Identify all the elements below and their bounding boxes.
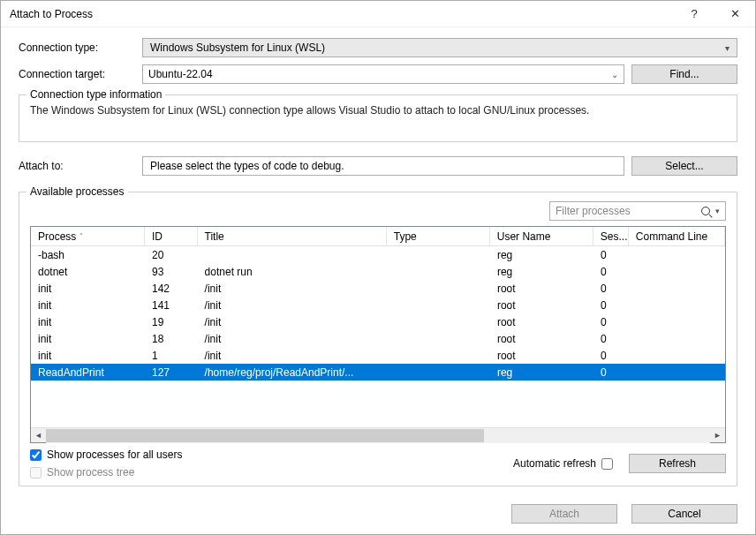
table-cell: 0 [593,365,629,380]
table-footer-row: Show processes for all users Show proces… [30,448,726,478]
table-cell: reg [490,365,593,380]
attach-to-value-box: Please select the types of code to debug… [142,156,624,176]
col-user-name[interactable]: User Name [490,227,593,245]
table-row[interactable]: init19/initroot0 [31,313,725,330]
table-cell: 0 [593,315,629,329]
table-cell: 93 [145,265,198,279]
table-cell [629,271,725,273]
table-cell: 1 [145,349,198,363]
col-session[interactable]: Ses... [593,227,629,245]
connection-info-text: The Windows Subsystem for Linux (WSL) co… [30,104,726,117]
help-button[interactable]: ? [674,1,714,27]
table-cell [387,305,490,306]
table-cell: 20 [145,248,198,262]
table-cell [387,271,490,273]
table-cell: 142 [145,282,198,296]
find-button[interactable]: Find... [631,64,737,84]
select-code-types-button[interactable]: Select... [631,156,737,176]
filter-row: Filter processes ▾ [30,201,726,221]
table-cell [629,288,725,290]
table-row[interactable]: init142/initroot0 [31,280,725,297]
show-all-users-checkbox[interactable]: Show processes for all users [30,448,182,461]
table-cell [629,338,725,340]
connection-type-value: Windows Subsystem for Linux (WSL) [150,41,325,54]
table-cell: init [31,349,145,363]
table-cell [387,321,490,323]
table-row[interactable]: init18/initroot0 [31,330,725,347]
refresh-button[interactable]: Refresh [629,454,726,473]
available-processes-group: Available processes Filter processes ▾ P… [19,192,737,486]
show-process-tree-checkbox: Show process tree [30,466,182,478]
table-cell: init [31,315,145,329]
table-row[interactable]: init1/initroot0 [31,347,725,364]
table-cell: /init [198,349,387,363]
connection-target-row: Connection target: Ubuntu-22.04 ⌄ Find..… [19,64,737,84]
table-cell [387,288,490,290]
table-cell: dotnet run [198,265,387,279]
table-cell: /home/reg/proj/ReadAndPrint/... [198,365,387,380]
chevron-down-icon: ▾ [715,207,720,215]
col-process[interactable]: Process˄ [31,227,145,245]
search-icon [701,207,710,215]
col-title[interactable]: Title [198,227,387,245]
attach-to-value: Please select the types of code to debug… [150,160,344,172]
table-cell [198,254,387,256]
table-cell: root [490,332,593,346]
process-table: Process˄ ID Title Type User Name Ses... … [30,226,726,443]
checkbox-column: Show processes for all users Show proces… [30,448,182,478]
table-cell [629,305,725,306]
connection-info-legend: Connection type information [26,88,165,101]
table-cell [387,254,490,256]
help-icon: ? [691,7,697,20]
connection-target-label: Connection target: [19,68,142,80]
cancel-button[interactable]: Cancel [631,504,737,524]
filter-processes-input[interactable]: Filter processes ▾ [549,201,726,221]
automatic-refresh-checkbox[interactable]: Automatic refresh [513,457,613,470]
table-row[interactable]: ReadAndPrint127/home/reg/proj/ReadAndPri… [31,364,725,381]
connection-target-combo[interactable]: Ubuntu-22.04 ⌄ [142,64,624,84]
scroll-left-icon[interactable]: ◄ [31,428,46,443]
table-cell: root [490,298,593,313]
table-cell: /init [198,298,387,313]
attach-to-label: Attach to: [19,160,142,172]
dialog-title: Attach to Process [10,8,674,20]
horizontal-scrollbar[interactable]: ◄ ► [31,427,725,442]
table-cell: init [31,282,145,296]
table-cell: root [490,315,593,329]
sort-asc-icon: ˄ [79,232,83,240]
dialog-footer: Attach Cancel [1,494,755,534]
table-row[interactable]: -bash20reg0 [31,246,725,263]
table-cell: ReadAndPrint [31,365,145,380]
table-row[interactable]: init141/initroot0 [31,297,725,313]
col-id[interactable]: ID [145,227,198,245]
table-cell [387,338,490,340]
table-cell [387,372,490,373]
show-all-users-box[interactable] [30,449,42,461]
connection-type-label: Connection type: [19,41,142,54]
table-cell: 0 [593,349,629,363]
table-cell: 0 [593,265,629,279]
chevron-down-icon: ▾ [725,43,730,53]
scrollbar-track[interactable] [46,428,710,443]
table-cell: root [490,349,593,363]
table-cell: /init [198,282,387,296]
titlebar: Attach to Process ? ✕ [1,1,755,27]
table-cell: 0 [593,298,629,313]
attach-button[interactable]: Attach [511,504,617,524]
connection-type-select[interactable]: Windows Subsystem for Linux (WSL) ▾ [142,38,737,57]
col-type[interactable]: Type [387,227,490,245]
table-cell: root [490,282,593,296]
scroll-right-icon[interactable]: ► [710,428,725,443]
table-cell [629,355,725,357]
scrollbar-thumb[interactable] [46,429,484,442]
close-button[interactable]: ✕ [714,1,755,27]
col-cmdline[interactable]: Command Line [629,227,725,245]
automatic-refresh-box[interactable] [601,458,613,470]
table-cell: init [31,332,145,346]
table-cell [629,254,725,256]
table-cell: -bash [31,248,145,262]
table-row[interactable]: dotnet93dotnet runreg0 [31,263,725,280]
chevron-down-icon: ⌄ [611,70,618,79]
table-cell [629,321,725,323]
table-cell [387,355,490,357]
